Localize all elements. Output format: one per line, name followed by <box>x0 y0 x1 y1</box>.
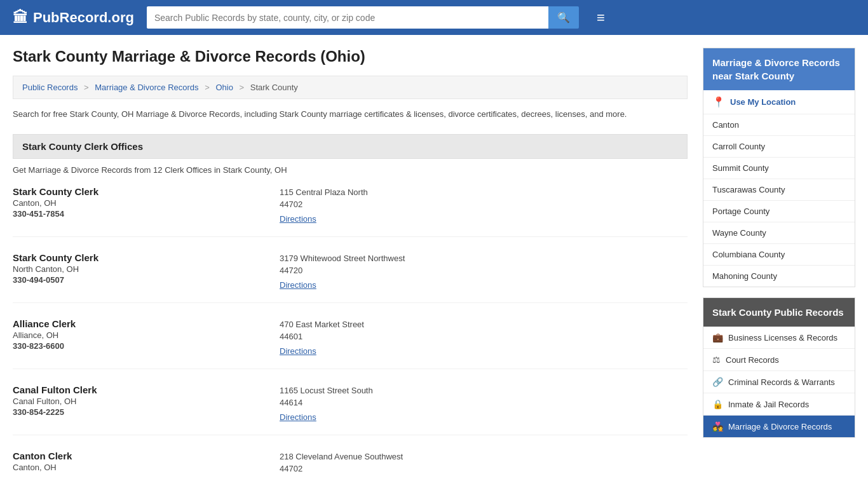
sidebar-nearby-item: Tuscarawas County <box>703 179 855 201</box>
sidebar-public-section: Stark County Public Records 💼Business Li… <box>703 297 855 438</box>
sidebar-public-link[interactable]: 🔒Inmate & Jail Records <box>703 393 855 415</box>
search-icon: 🔍 <box>557 12 570 23</box>
sidebar-nearby-item: Mahoning County <box>703 266 855 287</box>
sidebar-public-link[interactable]: 💑Marriage & Divorce Records <box>703 416 855 437</box>
sidebar-nearby-title: Marriage & Divorce Records near Stark Co… <box>703 48 855 90</box>
sidebar-public-list: 💼Business Licenses & Records⚖Court Recor… <box>703 327 855 437</box>
entry-name: Canton Clerk <box>13 451 280 461</box>
entry-directions-link[interactable]: Directions <box>280 412 316 422</box>
entry-city: Canton, OH <box>13 463 280 472</box>
entry-left: Canal Fulton Clerk Canal Fulton, OH 330-… <box>13 384 280 422</box>
entry-phone: 330-494-0507 <box>13 275 280 285</box>
search-button[interactable]: 🔍 <box>548 6 579 29</box>
sidebar-nearby-link[interactable]: Summit County <box>703 158 855 179</box>
sidebar-item-label: Canton <box>712 120 739 130</box>
sidebar-item-label: Marriage & Divorce Records <box>728 422 832 431</box>
section-header: Stark County Clerk Offices <box>13 134 688 159</box>
sidebar-public-item: 🔗Criminal Records & Warrants <box>703 371 855 393</box>
menu-button[interactable]: ≡ <box>592 7 610 29</box>
public-record-icon: 💼 <box>712 332 723 342</box>
page-description: Search for free Stark County, OH Marriag… <box>13 108 688 121</box>
entry-address: 3179 Whitewood Street Northwest44720 <box>280 252 688 277</box>
entry-name: Alliance Clerk <box>13 318 280 329</box>
entry-phone: 330-854-2225 <box>13 407 280 417</box>
sidebar-public-link[interactable]: 🔗Criminal Records & Warrants <box>703 371 855 393</box>
entry-city: Alliance, OH <box>13 330 280 340</box>
sidebar-item-label: Portage County <box>712 207 770 216</box>
sidebar-public-link[interactable]: 💼Business Licenses & Records <box>703 327 855 348</box>
entry-right: 115 Central Plaza North44702 Directions <box>280 186 688 224</box>
sidebar-item-label: Mahoning County <box>712 271 777 281</box>
breadcrumb-marriage-records[interactable]: Marriage & Divorce Records <box>95 83 198 92</box>
sidebar-public-item: 💑Marriage & Divorce Records <box>703 416 855 437</box>
entry-address: 115 Central Plaza North44702 <box>280 186 688 211</box>
public-record-icon: 🔗 <box>712 377 723 387</box>
sidebar-nearby-list: 📍Use My LocationCantonCarroll CountySumm… <box>703 90 855 287</box>
entry-right: 1165 Locust Street South44614 Directions <box>280 384 688 422</box>
entry-left: Stark County Clerk Canton, OH 330-451-78… <box>13 186 280 224</box>
location-icon: 📍 <box>712 96 725 108</box>
sidebar-public-title: Stark County Public Records <box>703 298 855 327</box>
breadcrumb: Public Records > Marriage & Divorce Reco… <box>13 76 688 99</box>
entry-phone: 330-823-6600 <box>13 341 280 351</box>
entry-city: Canal Fulton, OH <box>13 396 280 406</box>
site-header: 🏛 PubRecord.org 🔍 ≡ <box>0 0 868 35</box>
sidebar-item-label: Summit County <box>712 163 769 173</box>
sidebar-nearby-item: Columbiana County <box>703 244 855 266</box>
breadcrumb-public-records[interactable]: Public Records <box>22 83 78 92</box>
entry-directions-link[interactable]: Directions <box>280 214 316 224</box>
sidebar-nearby-item: Portage County <box>703 201 855 222</box>
record-entry: Canal Fulton Clerk Canal Fulton, OH 330-… <box>13 384 688 435</box>
hamburger-icon: ≡ <box>597 10 605 25</box>
logo-text: PubRecord.org <box>33 10 134 26</box>
main-container: Stark County Marriage & Divorce Records … <box>0 35 868 488</box>
entry-left: Alliance Clerk Alliance, OH 330-823-6600 <box>13 318 280 356</box>
entry-directions-link[interactable]: Directions <box>280 346 316 356</box>
record-entry: Stark County Clerk Canton, OH 330-451-78… <box>13 186 688 237</box>
record-entry: Stark County Clerk North Canton, OH 330-… <box>13 252 688 303</box>
sidebar-item-label: Inmate & Jail Records <box>728 400 809 409</box>
sidebar-nearby-link[interactable]: Carroll County <box>703 136 855 157</box>
sidebar: Marriage & Divorce Records near Stark Co… <box>703 48 855 488</box>
site-logo[interactable]: 🏛 PubRecord.org <box>13 9 134 27</box>
sidebar-nearby-link[interactable]: Wayne County <box>703 222 855 243</box>
breadcrumb-ohio[interactable]: Ohio <box>215 83 233 92</box>
entries-list: Stark County Clerk Canton, OH 330-451-78… <box>13 186 688 488</box>
entry-name: Canal Fulton Clerk <box>13 384 280 395</box>
entry-name: Stark County Clerk <box>13 252 280 263</box>
sidebar-public-item: 🔒Inmate & Jail Records <box>703 393 855 416</box>
sidebar-nearby-link[interactable]: 📍Use My Location <box>703 90 855 114</box>
page-title: Stark County Marriage & Divorce Records … <box>13 48 688 65</box>
sidebar-nearby-link[interactable]: Mahoning County <box>703 266 855 287</box>
public-record-icon: 🔒 <box>712 399 723 409</box>
entry-right: 470 East Market Street44601 Directions <box>280 318 688 356</box>
sidebar-item-label: Wayne County <box>712 228 766 238</box>
search-input[interactable] <box>147 6 548 29</box>
sidebar-nearby-link[interactable]: Portage County <box>703 201 855 222</box>
sidebar-item-label: Court Records <box>726 355 779 365</box>
record-entry: Canton Clerk Canton, OH 218 Cleveland Av… <box>13 451 688 488</box>
sidebar-item-label: Carroll County <box>712 142 765 151</box>
entry-directions-link[interactable]: Directions <box>280 280 316 290</box>
public-record-icon: 💑 <box>712 421 723 431</box>
sidebar-nearby-item: Carroll County <box>703 136 855 158</box>
logo-icon: 🏛 <box>13 9 28 27</box>
sidebar-item-label: Tuscarawas County <box>712 185 785 194</box>
entry-address: 1165 Locust Street South44614 <box>280 384 688 409</box>
sidebar-public-link[interactable]: ⚖Court Records <box>703 349 855 370</box>
search-bar: 🔍 <box>147 6 579 29</box>
sidebar-public-item: ⚖Court Records <box>703 349 855 371</box>
sidebar-item-label: Criminal Records & Warrants <box>728 377 835 387</box>
sidebar-nearby-link[interactable]: Tuscarawas County <box>703 179 855 200</box>
entry-address: 470 East Market Street44601 <box>280 318 688 343</box>
sidebar-nearby-item: Wayne County <box>703 222 855 244</box>
sidebar-nearby-item: Summit County <box>703 158 855 179</box>
section-description: Get Marriage & Divorce Records from 12 C… <box>13 165 688 175</box>
sidebar-public-item: 💼Business Licenses & Records <box>703 327 855 349</box>
sidebar-nearby-section: Marriage & Divorce Records near Stark Co… <box>703 48 855 287</box>
entry-address: 218 Cleveland Avenue Southwest44702 <box>280 451 688 475</box>
sidebar-item-label: Columbiana County <box>712 250 785 259</box>
sidebar-nearby-link[interactable]: Canton <box>703 114 855 135</box>
entry-city: North Canton, OH <box>13 264 280 274</box>
sidebar-nearby-link[interactable]: Columbiana County <box>703 244 855 265</box>
